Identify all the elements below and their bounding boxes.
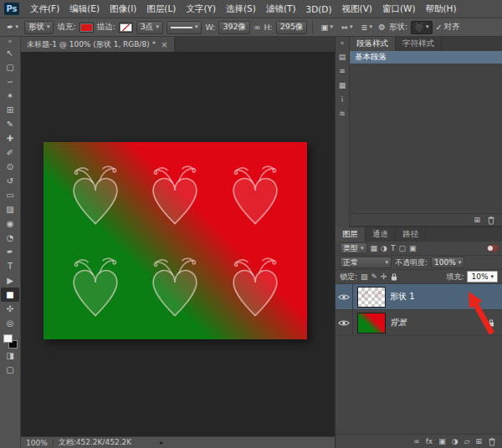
filter-smart-objects-icon[interactable]: ▣: [409, 244, 417, 252]
clone-stamp-tool[interactable]: ⊙: [1, 160, 19, 174]
eraser-tool[interactable]: ▭: [1, 188, 19, 202]
expand-panels-icon[interactable]: «: [341, 39, 345, 47]
tab-character-styles[interactable]: 字符样式: [396, 37, 442, 51]
path-alignment-button[interactable]: ⇔ ▾: [339, 21, 355, 34]
gear-icon[interactable]: ⚙: [378, 23, 386, 32]
quick-selection-tool[interactable]: ✶: [1, 89, 19, 103]
layer-row-background[interactable]: 背景: [336, 310, 502, 336]
visibility-toggle[interactable]: [336, 310, 353, 335]
new-group-icon[interactable]: ▱: [464, 437, 470, 445]
pen-tool[interactable]: ✒: [1, 245, 19, 259]
zoom-tool[interactable]: ◎: [1, 316, 19, 330]
menu-layer[interactable]: 图层(L): [141, 3, 181, 15]
menu-view[interactable]: 视图(V): [337, 3, 377, 15]
brush-tool[interactable]: ✐: [1, 145, 19, 160]
menu-select[interactable]: 选择(S): [221, 3, 261, 15]
tool-mode-select[interactable]: 形状 ▾: [24, 21, 54, 34]
lock-position-icon[interactable]: ✛: [381, 272, 387, 281]
menu-help[interactable]: 帮助(H): [421, 3, 462, 15]
menu-image[interactable]: 图像(I): [105, 3, 141, 15]
width-field[interactable]: 392像: [218, 21, 250, 34]
menu-window[interactable]: 窗口(W): [377, 3, 421, 15]
custom-shape-picker[interactable]: ▾: [411, 21, 433, 34]
background-layer-thumbnail[interactable]: [357, 313, 386, 333]
tool-preset-picker[interactable]: ✒ ▾: [4, 21, 21, 34]
quick-mask-button[interactable]: ◨: [1, 349, 19, 363]
lasso-tool[interactable]: ∽: [1, 74, 19, 89]
path-arrange-button[interactable]: ≣ ▾: [358, 21, 374, 34]
stroke-type-select[interactable]: ▾: [166, 21, 202, 34]
height-field[interactable]: 295像: [276, 21, 308, 34]
dock-panel-icon-1[interactable]: ▤: [339, 53, 346, 61]
adjustment-layer-icon[interactable]: ◑: [452, 437, 458, 445]
marquee-tool[interactable]: ▢: [1, 60, 19, 74]
blend-mode-select[interactable]: 正常 ▾: [340, 257, 392, 268]
filter-type-layers-icon[interactable]: T: [391, 244, 396, 252]
height-label: H:: [264, 23, 272, 32]
close-icon[interactable]: ×: [161, 40, 167, 49]
tab-paths[interactable]: 路径: [396, 227, 426, 242]
fill-opacity-field[interactable]: 10% ▾: [467, 271, 498, 283]
path-operations-button[interactable]: ▣ ▾: [318, 21, 336, 34]
menu-type[interactable]: 文字(Y): [181, 3, 221, 15]
tab-paragraph-styles[interactable]: 段落样式: [350, 37, 396, 51]
collapse-tools-icon[interactable]: «: [8, 38, 13, 46]
lock-transparency-icon[interactable]: ▨: [361, 272, 368, 281]
canvas-area[interactable]: [21, 52, 335, 436]
document-tab[interactable]: 未标题-1 @ 100% (形状 1, RGB/8) * ×: [21, 37, 175, 52]
menu-3d[interactable]: 3D(D): [300, 4, 336, 14]
delete-style-icon[interactable]: [487, 216, 495, 225]
color-swatches[interactable]: [3, 334, 18, 349]
stroke-color-swatch[interactable]: [119, 23, 133, 33]
opacity-field[interactable]: 100% ▾: [431, 257, 464, 268]
new-layer-icon[interactable]: ⊞: [475, 437, 482, 445]
filter-pixel-layers-icon[interactable]: ▦: [371, 244, 378, 252]
filter-adjustment-layers-icon[interactable]: ◑: [381, 244, 387, 252]
lock-pixels-icon[interactable]: ✎: [371, 272, 378, 281]
path-selection-tool[interactable]: ▶: [1, 273, 19, 288]
zoom-level[interactable]: 100%: [26, 439, 48, 447]
align-edges-checkbox[interactable]: ✓ 对齐: [436, 22, 460, 33]
history-brush-tool[interactable]: ↺: [1, 174, 19, 188]
visibility-toggle[interactable]: [336, 284, 353, 309]
document-image[interactable]: [44, 142, 307, 339]
style-basic-paragraph[interactable]: 基本段落: [350, 51, 502, 64]
crop-tool[interactable]: ⊞: [1, 103, 19, 117]
filter-toggle[interactable]: [487, 245, 498, 252]
gradient-tool[interactable]: ▨: [1, 202, 19, 216]
dodge-tool[interactable]: ◔: [1, 231, 19, 245]
dock-panel-icon-4[interactable]: i: [341, 95, 344, 104]
move-tool[interactable]: ↖: [1, 46, 19, 60]
heart-shape-6: [228, 253, 283, 320]
dock-panel-icon-5[interactable]: ≋: [339, 109, 346, 118]
layer-row-shape-1[interactable]: 形状 1: [336, 284, 502, 310]
menu-filter[interactable]: 滤镜(T): [261, 3, 301, 15]
eyedropper-tool[interactable]: ✎: [1, 117, 19, 131]
link-dimensions-icon[interactable]: ∞: [254, 23, 260, 32]
menu-file[interactable]: 文件(F): [25, 3, 64, 15]
link-layers-icon[interactable]: ∞: [413, 437, 420, 445]
dock-panel-icon-3[interactable]: ▦: [339, 81, 346, 89]
type-tool[interactable]: T: [1, 259, 19, 273]
foreground-color-swatch[interactable]: [3, 334, 13, 343]
stroke-width-field[interactable]: 3点 ▾: [136, 21, 163, 34]
tab-layers[interactable]: 图层: [336, 227, 366, 242]
filter-type-select[interactable]: 类型 ▾: [340, 242, 367, 254]
tab-channels[interactable]: 通道: [366, 227, 396, 242]
hand-tool[interactable]: ✣: [1, 302, 19, 316]
layer-style-icon[interactable]: fx: [426, 437, 433, 445]
screen-mode-button[interactable]: ▢: [1, 363, 19, 377]
shape-layer-thumbnail[interactable]: [357, 287, 386, 308]
dock-panel-icon-2[interactable]: ≡: [339, 67, 346, 75]
fill-color-swatch[interactable]: [79, 23, 94, 33]
status-options-icon[interactable]: ▸: [160, 439, 163, 446]
add-layer-mask-icon[interactable]: ▣: [438, 437, 446, 445]
healing-brush-tool[interactable]: ✚: [1, 131, 19, 145]
menu-edit[interactable]: 编辑(E): [64, 3, 105, 15]
new-style-icon[interactable]: ⊞: [474, 216, 480, 224]
custom-shape-tool[interactable]: ■: [1, 288, 19, 302]
lock-all-icon[interactable]: [391, 272, 397, 282]
delete-layer-icon[interactable]: [488, 437, 496, 446]
blur-tool[interactable]: ◉: [1, 216, 19, 231]
filter-shape-layers-icon[interactable]: ▢: [398, 244, 406, 252]
